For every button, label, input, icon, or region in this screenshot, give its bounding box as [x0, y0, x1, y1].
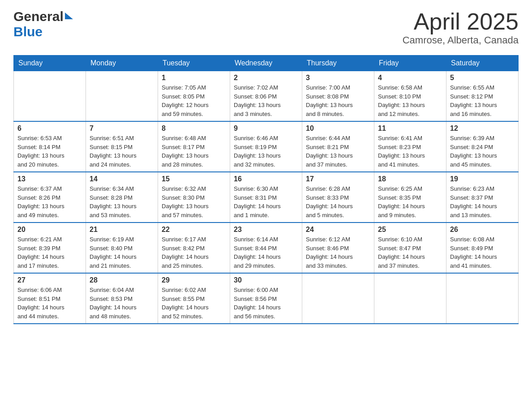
table-row [446, 273, 519, 324]
day-number: 3 [306, 74, 370, 82]
day-info: Sunrise: 6:23 AM Sunset: 8:37 PM Dayligh… [450, 184, 515, 219]
day-info: Sunrise: 6:51 AM Sunset: 8:15 PM Dayligh… [90, 134, 154, 169]
table-row: 9Sunrise: 6:46 AM Sunset: 8:19 PM Daylig… [230, 121, 302, 172]
day-number: 27 [17, 276, 82, 284]
header-monday: Monday [86, 56, 158, 71]
title-block: April 2025 Camrose, Alberta, Canada [403, 9, 519, 46]
table-row: 28Sunrise: 6:04 AM Sunset: 8:53 PM Dayli… [86, 273, 158, 324]
day-number: 1 [162, 74, 226, 82]
day-info: Sunrise: 6:39 AM Sunset: 8:24 PM Dayligh… [450, 134, 515, 169]
day-number: 20 [17, 226, 82, 234]
table-row: 8Sunrise: 6:48 AM Sunset: 8:17 PM Daylig… [158, 121, 230, 172]
header-tuesday: Tuesday [158, 56, 230, 71]
day-number: 22 [162, 226, 226, 234]
header-wednesday: Wednesday [230, 56, 302, 71]
table-row: 3Sunrise: 7:00 AM Sunset: 8:08 PM Daylig… [302, 71, 374, 122]
table-row: 17Sunrise: 6:28 AM Sunset: 8:33 PM Dayli… [302, 172, 374, 223]
header-thursday: Thursday [302, 56, 374, 71]
table-row: 5Sunrise: 6:55 AM Sunset: 8:12 PM Daylig… [446, 71, 519, 122]
day-info: Sunrise: 6:14 AM Sunset: 8:44 PM Dayligh… [234, 235, 298, 270]
day-number: 6 [17, 124, 82, 133]
day-number: 7 [90, 124, 154, 133]
table-row: 13Sunrise: 6:37 AM Sunset: 8:26 PM Dayli… [14, 172, 86, 223]
day-number: 15 [162, 175, 226, 183]
calendar-header: Sunday Monday Tuesday Wednesday Thursday… [14, 56, 519, 71]
calendar-body: 1Sunrise: 7:05 AM Sunset: 8:05 PM Daylig… [14, 71, 519, 324]
table-row: 19Sunrise: 6:23 AM Sunset: 8:37 PM Dayli… [446, 172, 519, 223]
table-row: 11Sunrise: 6:41 AM Sunset: 8:23 PM Dayli… [374, 121, 446, 172]
header-friday: Friday [374, 56, 446, 71]
logo-blue-text: Blue [13, 24, 43, 39]
day-info: Sunrise: 6:04 AM Sunset: 8:53 PM Dayligh… [90, 286, 154, 321]
table-row [86, 71, 158, 122]
table-row: 22Sunrise: 6:17 AM Sunset: 8:42 PM Dayli… [158, 223, 230, 273]
table-row: 23Sunrise: 6:14 AM Sunset: 8:44 PM Dayli… [230, 223, 302, 273]
header-saturday: Saturday [446, 56, 519, 71]
day-info: Sunrise: 6:41 AM Sunset: 8:23 PM Dayligh… [378, 134, 442, 169]
logo-general-text: General [13, 9, 64, 24]
table-row: 27Sunrise: 6:06 AM Sunset: 8:51 PM Dayli… [14, 273, 86, 324]
day-info: Sunrise: 6:28 AM Sunset: 8:33 PM Dayligh… [306, 184, 370, 219]
day-info: Sunrise: 6:46 AM Sunset: 8:19 PM Dayligh… [234, 134, 298, 169]
day-number: 16 [234, 175, 298, 183]
table-row: 20Sunrise: 6:21 AM Sunset: 8:39 PM Dayli… [14, 223, 86, 273]
day-info: Sunrise: 6:25 AM Sunset: 8:35 PM Dayligh… [378, 184, 442, 219]
table-row: 1Sunrise: 7:05 AM Sunset: 8:05 PM Daylig… [158, 71, 230, 122]
month-title: April 2025 [403, 9, 519, 34]
table-row: 6Sunrise: 6:53 AM Sunset: 8:14 PM Daylig… [14, 121, 86, 172]
day-number: 30 [234, 276, 298, 284]
table-row: 7Sunrise: 6:51 AM Sunset: 8:15 PM Daylig… [86, 121, 158, 172]
day-number: 23 [234, 226, 298, 234]
day-number: 28 [90, 276, 154, 284]
table-row: 15Sunrise: 6:32 AM Sunset: 8:30 PM Dayli… [158, 172, 230, 223]
table-row: 26Sunrise: 6:08 AM Sunset: 8:49 PM Dayli… [446, 223, 519, 273]
day-number: 25 [378, 226, 442, 234]
table-row: 12Sunrise: 6:39 AM Sunset: 8:24 PM Dayli… [446, 121, 519, 172]
day-info: Sunrise: 6:06 AM Sunset: 8:51 PM Dayligh… [17, 286, 82, 321]
day-info: Sunrise: 6:19 AM Sunset: 8:40 PM Dayligh… [90, 235, 154, 270]
day-number: 13 [17, 175, 82, 183]
table-row: 16Sunrise: 6:30 AM Sunset: 8:31 PM Dayli… [230, 172, 302, 223]
logo: General Blue [13, 9, 73, 39]
day-number: 14 [90, 175, 154, 183]
day-info: Sunrise: 6:10 AM Sunset: 8:47 PM Dayligh… [378, 235, 442, 270]
location: Camrose, Alberta, Canada [403, 34, 519, 46]
day-number: 10 [306, 124, 370, 133]
day-number: 17 [306, 175, 370, 183]
day-info: Sunrise: 6:55 AM Sunset: 8:12 PM Dayligh… [450, 83, 515, 118]
day-number: 21 [90, 226, 154, 234]
table-row: 4Sunrise: 6:58 AM Sunset: 8:10 PM Daylig… [374, 71, 446, 122]
header-sunday: Sunday [14, 56, 86, 71]
day-info: Sunrise: 6:44 AM Sunset: 8:21 PM Dayligh… [306, 134, 370, 169]
table-row: 2Sunrise: 7:02 AM Sunset: 8:06 PM Daylig… [230, 71, 302, 122]
table-row: 30Sunrise: 6:00 AM Sunset: 8:56 PM Dayli… [230, 273, 302, 324]
table-row: 21Sunrise: 6:19 AM Sunset: 8:40 PM Dayli… [86, 223, 158, 273]
day-number: 12 [450, 124, 515, 133]
day-number: 8 [162, 124, 226, 133]
day-info: Sunrise: 6:53 AM Sunset: 8:14 PM Dayligh… [17, 134, 82, 169]
table-row [302, 273, 374, 324]
table-row: 29Sunrise: 6:02 AM Sunset: 8:55 PM Dayli… [158, 273, 230, 324]
day-info: Sunrise: 7:00 AM Sunset: 8:08 PM Dayligh… [306, 83, 370, 118]
day-number: 26 [450, 226, 515, 234]
table-row: 25Sunrise: 6:10 AM Sunset: 8:47 PM Dayli… [374, 223, 446, 273]
day-number: 24 [306, 226, 370, 234]
day-info: Sunrise: 6:21 AM Sunset: 8:39 PM Dayligh… [17, 235, 82, 270]
day-info: Sunrise: 7:05 AM Sunset: 8:05 PM Dayligh… [162, 83, 226, 118]
day-number: 2 [234, 74, 298, 82]
day-info: Sunrise: 6:12 AM Sunset: 8:46 PM Dayligh… [306, 235, 370, 270]
day-number: 5 [450, 74, 515, 82]
day-number: 19 [450, 175, 515, 183]
day-number: 11 [378, 124, 442, 133]
day-info: Sunrise: 6:02 AM Sunset: 8:55 PM Dayligh… [162, 286, 226, 321]
day-number: 29 [162, 276, 226, 284]
day-info: Sunrise: 6:30 AM Sunset: 8:31 PM Dayligh… [234, 184, 298, 219]
table-row: 18Sunrise: 6:25 AM Sunset: 8:35 PM Dayli… [374, 172, 446, 223]
day-number: 18 [378, 175, 442, 183]
day-info: Sunrise: 6:58 AM Sunset: 8:10 PM Dayligh… [378, 83, 442, 118]
table-row: 10Sunrise: 6:44 AM Sunset: 8:21 PM Dayli… [302, 121, 374, 172]
day-info: Sunrise: 7:02 AM Sunset: 8:06 PM Dayligh… [234, 83, 298, 118]
page-header: General Blue April 2025 Camrose, Alberta… [13, 9, 519, 46]
table-row: 24Sunrise: 6:12 AM Sunset: 8:46 PM Dayli… [302, 223, 374, 273]
day-info: Sunrise: 6:48 AM Sunset: 8:17 PM Dayligh… [162, 134, 226, 169]
